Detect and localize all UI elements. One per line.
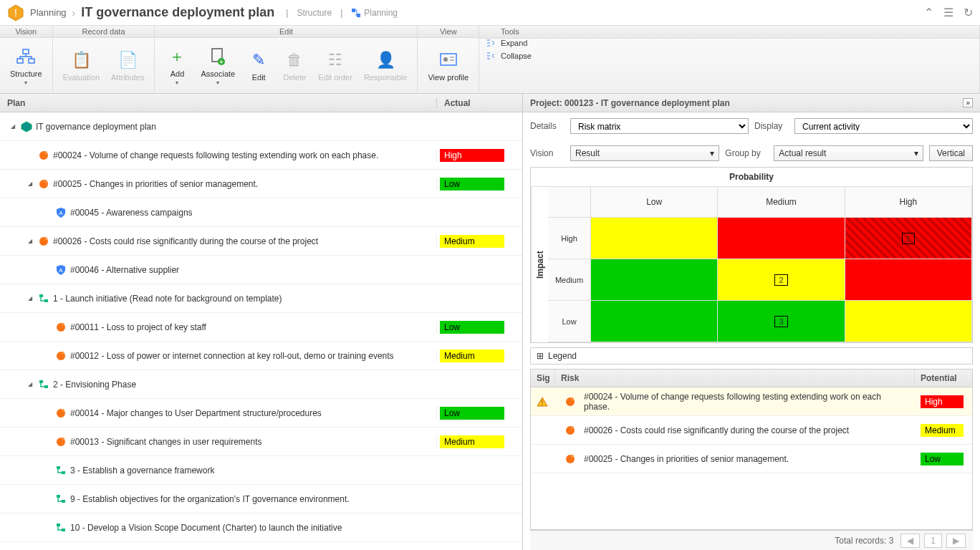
tree-header: Plan Actual — [0, 94, 522, 112]
tree-row[interactable]: ◢2 - Envisioning Phase — [0, 370, 522, 399]
status-badge: Low — [921, 453, 964, 465]
impact-title: Impact — [531, 187, 548, 342]
tree-row[interactable]: #00011 - Loss to project of key staffLow — [0, 313, 522, 342]
matrix-cell[interactable] — [845, 259, 972, 301]
plan-tree[interactable]: ◢IT governance deployment plan#00024 - V… — [0, 112, 522, 550]
divider: | — [340, 8, 342, 18]
col-risk[interactable]: Risk — [555, 370, 915, 387]
collapse-button[interactable]: Collapse — [486, 52, 972, 60]
vertical-button[interactable]: Vertical — [929, 145, 973, 161]
svg-rect-10 — [441, 54, 456, 65]
tree-row[interactable]: #00024 - Volume of change requests follo… — [0, 141, 522, 170]
refresh-icon[interactable]: ↻ — [964, 6, 973, 19]
sublink-structure[interactable]: Structure — [297, 8, 332, 18]
details-select[interactable]: Risk matrix — [570, 118, 749, 134]
cube-icon — [20, 120, 33, 133]
tree-row[interactable]: #00014 - Major changes to User Departmen… — [0, 399, 522, 428]
svg-rect-38 — [62, 500, 65, 503]
tree-row[interactable]: #00012 - Loss of power or internet conne… — [0, 342, 522, 370]
vision-combo[interactable]: Result▾ — [570, 145, 719, 161]
display-select[interactable]: Current activity — [794, 118, 973, 134]
matrix-cell[interactable] — [591, 301, 718, 342]
matrix-cell[interactable] — [845, 301, 972, 342]
matrix-row-header: Medium — [548, 259, 591, 301]
tree-row[interactable]: ◢#00025 - Changes in priorities of senio… — [0, 170, 522, 198]
risk-cell: #00026 - Costs could rise significantly … — [555, 420, 915, 440]
tree-row[interactable]: ◢1 - Launch initiative (Read note for ba… — [0, 284, 522, 313]
pager-prev[interactable]: ◀ — [900, 534, 920, 548]
associate-button[interactable]: + Associate ▾ — [195, 41, 241, 91]
status-badge: Medium — [440, 435, 504, 448]
expand-button[interactable]: Expand — [486, 39, 972, 47]
tree-row[interactable]: 9 - Establish objectives for the organiz… — [0, 485, 522, 513]
svg-rect-35 — [57, 466, 60, 469]
tree-toggle[interactable]: ◢ — [26, 238, 34, 244]
tree-row[interactable]: ◢IT governance deployment plan — [0, 112, 522, 141]
tree-row[interactable]: 3 - Establish a governance framework — [0, 456, 522, 485]
expand-panel-icon[interactable]: » — [963, 98, 973, 107]
matrix-cell[interactable] — [591, 259, 718, 301]
matrix-cell[interactable]: 3 — [718, 301, 845, 342]
tree-row[interactable]: ◢#00026 - Costs could rise significantly… — [0, 227, 522, 256]
list-icon[interactable]: ☰ — [943, 6, 953, 19]
view-profile-button[interactable]: View profile — [422, 41, 474, 91]
ribbon-group-title: Record data — [53, 26, 155, 38]
actual-cell: High — [436, 149, 522, 162]
risk-table: Sig Risk Potential !#00024 - Volume of c… — [530, 369, 973, 530]
tree-toggle[interactable]: ◢ — [26, 180, 34, 187]
risk-row[interactable]: #00026 - Costs could rise significantly … — [531, 416, 972, 445]
tree-row[interactable]: A#00045 - Awareness campaigns — [0, 198, 522, 227]
tree-toggle[interactable]: ◢ — [26, 295, 34, 301]
person-icon: 👤 — [375, 50, 395, 70]
edit-order-button: ☷ Edit order — [312, 41, 358, 91]
breadcrumb-section[interactable]: Planning — [30, 7, 67, 18]
structure-icon — [16, 47, 36, 67]
matrix-col-header: Low — [591, 187, 718, 218]
svg-rect-4 — [23, 49, 29, 54]
delete-button: 🗑 Delete — [277, 41, 312, 91]
collapse-up-icon[interactable]: ⌃ — [924, 6, 933, 19]
pager-page[interactable]: 1 — [924, 534, 942, 548]
matrix-cell[interactable]: 2 — [718, 259, 845, 301]
risk-icon — [564, 453, 577, 465]
ribbon-group-view: View View profile — [418, 26, 479, 93]
risk-table-header: Sig Risk Potential — [531, 370, 972, 387]
risk-row[interactable]: !#00024 - Volume of change requests foll… — [531, 387, 972, 416]
svg-text:+: + — [219, 58, 224, 66]
status-badge: Medium — [921, 424, 964, 437]
risk-row[interactable]: #00025 - Changes in priorities of senior… — [531, 445, 972, 473]
col-potential[interactable]: Potential — [915, 370, 972, 387]
col-sig[interactable]: Sig — [531, 370, 555, 387]
risk-cell: #00025 - Changes in priorities of senior… — [555, 449, 915, 469]
structure-button[interactable]: Structure ▾ — [4, 41, 48, 91]
col-plan[interactable]: Plan — [0, 98, 436, 108]
legend-toggle[interactable]: ⊞ Legend — [530, 347, 973, 365]
tree-row[interactable]: 10 - Develop a Vision Scope Document (Ch… — [0, 513, 522, 542]
matrix-cell[interactable] — [718, 218, 845, 259]
matrix-cell-count: 2 — [774, 274, 787, 286]
tree-toggle[interactable]: ◢ — [9, 123, 17, 130]
actual-cell: Low — [436, 407, 522, 420]
potential-cell: Medium — [915, 420, 972, 440]
ribbon-group-tools: Tools Expand Collapse — [479, 26, 980, 93]
risk-icon — [37, 178, 50, 190]
chevron-right-icon: › — [72, 7, 76, 19]
groupby-combo[interactable]: Actual result▾ — [774, 145, 923, 161]
sublink-planning[interactable]: Planning — [351, 8, 398, 18]
risk-icon — [54, 435, 67, 448]
status-badge: Low — [440, 407, 504, 420]
phase-icon — [54, 521, 67, 534]
col-actual[interactable]: Actual — [436, 98, 522, 108]
tree-item-label: #00046 - Alternative supplier — [70, 265, 179, 275]
shield-icon: A — [54, 206, 67, 219]
matrix-cell[interactable] — [591, 218, 718, 259]
matrix-cell[interactable]: 1 — [845, 218, 972, 259]
pager-next[interactable]: ▶ — [946, 534, 966, 548]
tree-row[interactable]: A#00046 - Alternative supplier — [0, 256, 522, 284]
tree-toggle[interactable]: ◢ — [26, 381, 34, 387]
tree-row[interactable]: #00013 - Significant changes in user req… — [0, 428, 522, 456]
svg-point-34 — [62, 438, 64, 440]
add-button[interactable]: ＋ Add ▾ — [159, 41, 195, 91]
ribbon-group-title: Tools — [479, 26, 979, 39]
edit-button[interactable]: ✎ Edit — [241, 41, 277, 91]
